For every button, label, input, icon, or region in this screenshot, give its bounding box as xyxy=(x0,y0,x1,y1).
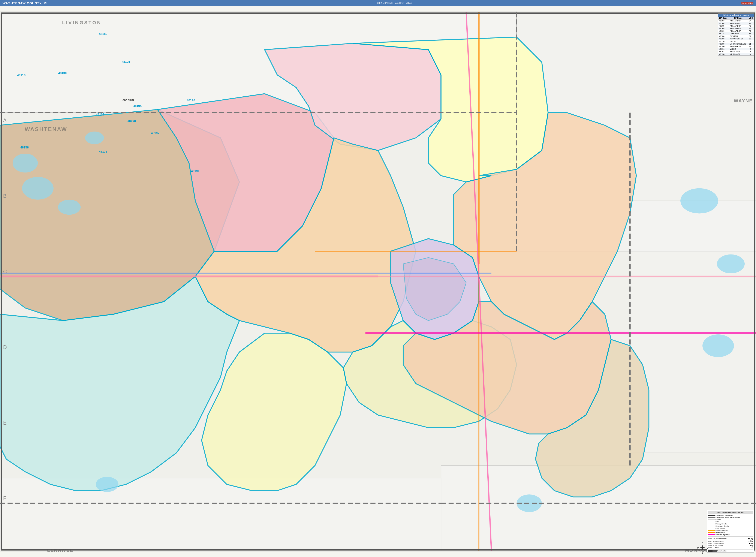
svg-point-31 xyxy=(12,154,38,172)
svg-rect-1 xyxy=(0,12,257,113)
map-container: A B C D E F LIVINGSTON OAKLAND WAYNE MON… xyxy=(0,6,257,189)
header-bar: WASHTENAW COUNTY, MI 2021 ZIP Code Color… xyxy=(0,0,257,6)
page-title: WASHTENAW COUNTY, MI xyxy=(3,1,48,5)
map-svg: A B C D E F xyxy=(0,6,257,189)
svg-text:A: A xyxy=(3,118,7,123)
svg-point-32 xyxy=(85,131,104,144)
